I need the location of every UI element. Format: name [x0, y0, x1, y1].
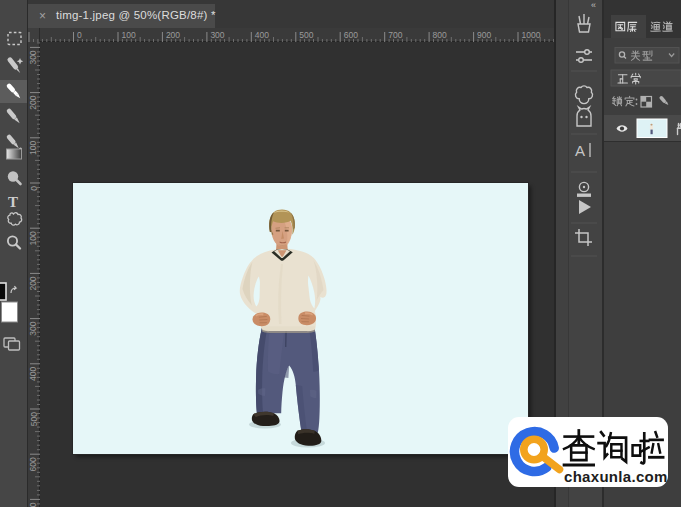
- svg-text:chaxunla.com: chaxunla.com: [564, 468, 668, 485]
